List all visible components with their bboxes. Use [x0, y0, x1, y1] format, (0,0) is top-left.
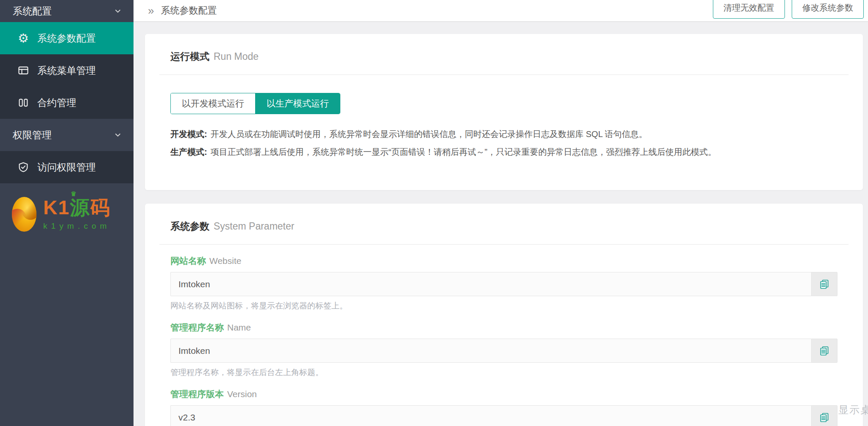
admin-name-help-text: 管理程序名称，将显示在后台左上角标题。	[170, 367, 837, 378]
brand-logo: K1♛源码 k1ym.com	[0, 197, 134, 232]
website-field-label: 网站名称Website	[170, 255, 837, 267]
shield-check-icon	[16, 160, 31, 174]
copy-website-button[interactable]	[811, 272, 837, 296]
sidebar-group-label: 系统配置	[13, 5, 52, 18]
sidebar-group-label: 权限管理	[13, 129, 52, 142]
logo-text-ma: 码	[90, 196, 111, 219]
website-field-group: 网站名称Website 网站名称及网站图标，将显示在浏览器的标签上。	[170, 255, 837, 311]
version-field-group: 管理程序版本Version	[170, 388, 837, 426]
prod-mode-button[interactable]: 以生产模式运行	[256, 93, 340, 114]
system-param-card: 系统参数System Parameter 网站名称Website 网站名称及网站…	[145, 204, 863, 426]
topbar: » 系统参数配置 清理无效配置 修改系统参数	[134, 0, 868, 22]
modify-system-params-button[interactable]: 修改系统参数	[792, 0, 864, 19]
sidebar-item-contract[interactable]: 合约管理	[0, 87, 134, 119]
run-mode-title: 运行模式Run Mode	[170, 50, 837, 63]
dev-mode-description: 开发模式:开发人员或在功能调试时使用，系统异常时会显示详细的错误信息，同时还会记…	[170, 125, 837, 143]
contract-icon	[16, 95, 31, 110]
breadcrumb-label: 系统参数配置	[161, 4, 217, 17]
logo-domain: k1ym.com	[43, 221, 111, 231]
system-param-title: 系统参数System Parameter	[170, 220, 837, 233]
sidebar-item-label: 系统参数配置	[37, 32, 96, 45]
sidebar-group-permissions[interactable]: 权限管理	[0, 119, 134, 151]
chevron-down-icon	[113, 130, 122, 140]
copy-version-button[interactable]	[811, 405, 837, 426]
divider	[159, 74, 849, 75]
logo-text-yuan: ♛源	[70, 196, 90, 219]
sidebar-group-system-config[interactable]: 系统配置	[0, 0, 134, 22]
divider	[159, 244, 849, 245]
clean-invalid-config-button[interactable]: 清理无效配置	[713, 0, 785, 19]
sidebar-item-access-permissions[interactable]: 访问权限管理	[0, 151, 134, 183]
website-help-text: 网站名称及网站图标，将显示在浏览器的标签上。	[170, 300, 837, 311]
sidebar-item-label: 合约管理	[37, 96, 76, 109]
sidebar-item-label: 访问权限管理	[37, 161, 96, 174]
version-input[interactable]	[170, 405, 811, 426]
k1-logo-icon	[12, 197, 36, 232]
show-desktop-watermark: 显示桌面	[838, 403, 868, 417]
run-mode-toggle: 以开发模式运行 以生产模式运行	[170, 93, 340, 114]
website-input[interactable]	[170, 272, 811, 296]
main-content: 运行模式Run Mode 以开发模式运行 以生产模式运行 开发模式:开发人员或在…	[134, 23, 868, 426]
menu-table-icon	[16, 63, 31, 78]
run-mode-card: 运行模式Run Mode 以开发模式运行 以生产模式运行 开发模式:开发人员或在…	[145, 34, 863, 190]
dev-mode-button[interactable]: 以开发模式运行	[171, 93, 256, 114]
admin-name-field-group: 管理程序名称Name 管理程序名称，将显示在后台左上角标题。	[170, 322, 837, 378]
logo-text-k1: K1	[43, 196, 70, 219]
sidebar: 系统配置 ⚙ 系统参数配置 系统菜单管理 合约管理 权限管理	[0, 0, 134, 426]
sidebar-item-system-params[interactable]: ⚙ 系统参数配置	[0, 22, 134, 54]
chevron-down-icon	[113, 6, 122, 16]
admin-app: 系统配置 ⚙ 系统参数配置 系统菜单管理 合约管理 权限管理	[0, 0, 868, 426]
double-chevron-icon: »	[148, 5, 154, 16]
admin-name-field-label: 管理程序名称Name	[170, 322, 837, 334]
gear-icon: ⚙	[16, 31, 31, 45]
copy-icon	[819, 412, 830, 423]
copy-admin-name-button[interactable]	[811, 339, 837, 363]
sidebar-item-system-menu[interactable]: 系统菜单管理	[0, 54, 134, 87]
copy-icon	[819, 279, 830, 290]
breadcrumb: » 系统参数配置	[148, 4, 217, 17]
copy-icon	[819, 345, 830, 356]
version-field-label: 管理程序版本Version	[170, 388, 837, 400]
admin-name-input[interactable]	[170, 339, 811, 363]
crown-icon: ♛	[71, 191, 77, 197]
sidebar-item-label: 系统菜单管理	[37, 64, 96, 77]
prod-mode-description: 生产模式:项目正式部署上线后使用，系统异常时统一显示“页面错误！请稍后再试～”，…	[170, 143, 837, 161]
